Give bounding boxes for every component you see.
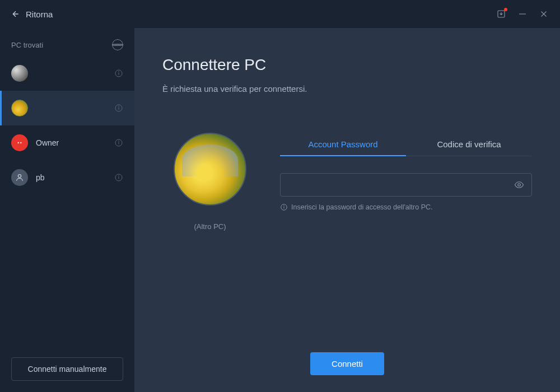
- minimize-icon: [517, 9, 528, 19]
- pc-label: Owner: [36, 138, 59, 147]
- info-icon[interactable]: [114, 173, 123, 182]
- pc-avatar-icon: [11, 169, 28, 186]
- close-button[interactable]: [539, 9, 549, 19]
- pc-item[interactable]: [0, 56, 134, 91]
- info-icon[interactable]: [114, 69, 123, 78]
- notification-dot-icon: [504, 8, 507, 11]
- content-panel: Connettere PC È richiesta una verifica p…: [134, 28, 560, 392]
- globe-icon[interactable]: [112, 39, 123, 50]
- svg-point-18: [119, 176, 119, 176]
- titlebar-controls: [496, 9, 549, 19]
- svg-point-10: [18, 142, 19, 143]
- page-subtitle: È richiesta una verifica per connettersi…: [162, 84, 532, 94]
- pc-avatar-icon: [11, 100, 28, 116]
- notifications-button[interactable]: [496, 9, 506, 19]
- avatar-caption: (Altro PC): [194, 222, 226, 231]
- svg-point-19: [518, 184, 521, 186]
- back-label: Ritorna: [26, 10, 53, 19]
- svg-point-14: [119, 141, 119, 142]
- svg-point-15: [18, 175, 21, 178]
- sidebar-header: PC trovati: [0, 34, 134, 56]
- svg-point-22: [284, 206, 284, 206]
- hint-text: Inserisci la password di accesso dell'al…: [291, 203, 433, 211]
- pc-item[interactable]: [0, 91, 134, 125]
- password-input[interactable]: [280, 173, 532, 197]
- page-title: Connettere PC: [162, 56, 532, 74]
- sidebar: PC trovati: [0, 28, 134, 392]
- back-arrow-icon: [11, 10, 20, 18]
- titlebar: Ritorna: [0, 0, 560, 28]
- pc-avatar-icon: [11, 65, 28, 82]
- avatar-section: (Altro PC): [162, 133, 246, 231]
- pc-item[interactable]: pb: [0, 160, 134, 195]
- close-icon: [539, 9, 549, 19]
- pc-avatar-icon: [11, 134, 28, 151]
- pc-list: Owner pb: [0, 56, 134, 346]
- svg-point-11: [20, 142, 21, 143]
- pc-label: pb: [36, 173, 45, 182]
- info-icon[interactable]: [114, 138, 123, 147]
- password-hint: Inserisci la password di accesso dell'al…: [280, 203, 532, 211]
- svg-point-6: [119, 72, 119, 72]
- info-icon: [280, 203, 288, 211]
- back-button[interactable]: Ritorna: [11, 10, 53, 19]
- tab-password[interactable]: Account Password: [280, 133, 406, 156]
- pc-item[interactable]: Owner: [0, 125, 134, 160]
- remote-pc-avatar-icon: [174, 133, 246, 206]
- auth-tabs: Account Password Codice di verifica: [280, 133, 532, 156]
- info-icon[interactable]: [114, 104, 123, 113]
- toggle-password-visibility-icon[interactable]: [514, 180, 524, 190]
- minimize-button[interactable]: [517, 9, 528, 19]
- manual-connect-button[interactable]: Connetti manualmente: [11, 357, 123, 381]
- sidebar-title: PC trovati: [11, 41, 43, 49]
- connect-button[interactable]: Connetti: [310, 352, 384, 375]
- svg-point-9: [119, 106, 119, 107]
- tab-verification-code[interactable]: Codice di verifica: [406, 133, 532, 156]
